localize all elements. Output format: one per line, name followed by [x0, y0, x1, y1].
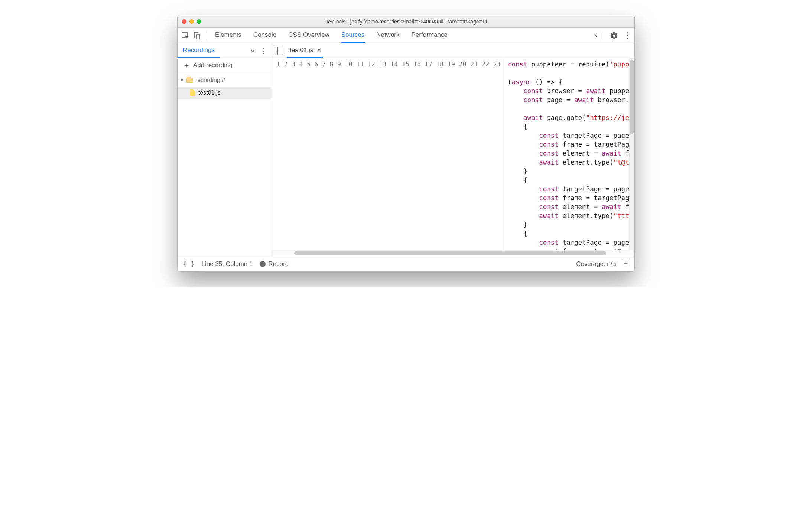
code-editor[interactable]: 1 2 3 4 5 6 7 8 9 10 11 12 13 14 15 16 1… [272, 58, 634, 250]
sidebar-tabs: Recordings » ⋮ [178, 43, 272, 58]
main-tab-elements[interactable]: Elements [214, 28, 242, 43]
device-toggle-icon[interactable] [192, 31, 202, 40]
main-tabs: ElementsConsoleCSS OverviewSourcesNetwor… [214, 28, 592, 43]
main-tab-console[interactable]: Console [253, 28, 277, 43]
main-tab-css-overview[interactable]: CSS Overview [288, 28, 330, 43]
line-gutter: 1 2 3 4 5 6 7 8 9 10 11 12 13 14 15 16 1… [272, 58, 504, 250]
inspect-element-icon[interactable] [181, 31, 190, 40]
editor: test01.js ✕ 1 2 3 4 5 6 7 8 9 10 11 12 1… [272, 43, 634, 256]
record-button[interactable]: Record [260, 260, 289, 268]
recording-tree: ▼ recording:// test01.js [178, 72, 272, 99]
sidebar-more-icon[interactable]: ⋮ [257, 47, 270, 55]
js-file-icon [190, 89, 195, 96]
record-label: Record [269, 260, 289, 268]
main-toolbar: ElementsConsoleCSS OverviewSourcesNetwor… [178, 28, 634, 43]
navigator-toggle-icon[interactable] [275, 47, 283, 55]
chevron-down-icon: ▼ [180, 78, 184, 82]
main-tab-sources[interactable]: Sources [341, 28, 365, 43]
main-tab-network[interactable]: Network [376, 28, 400, 43]
pretty-print-icon[interactable]: { } [183, 260, 195, 268]
window-title: DevTools - jec.fyi/demo/recorder?email=t… [178, 19, 634, 25]
devtools-window: DevTools - jec.fyi/demo/recorder?email=t… [177, 15, 635, 272]
main-tab-performance[interactable]: Performance [411, 28, 448, 43]
plus-icon: ＋ [183, 60, 190, 70]
file-tab-test01[interactable]: test01.js ✕ [287, 43, 323, 58]
editor-tabs: test01.js ✕ [272, 43, 634, 58]
coverage-status: Coverage: n/a [576, 260, 616, 268]
horizontal-scrollbar[interactable] [272, 250, 634, 256]
settings-icon[interactable] [610, 32, 618, 40]
tree-file-test01[interactable]: test01.js [178, 87, 272, 99]
toolbar-right: ⋮ [600, 31, 631, 40]
sidebar-overflow-button[interactable]: » [248, 47, 257, 55]
tree-folder-recording[interactable]: ▼ recording:// [178, 74, 272, 87]
record-dot-icon [260, 261, 266, 267]
footer-collapse-icon[interactable] [623, 261, 629, 267]
status-bar: { } Line 35, Column 1 Record Coverage: n… [178, 256, 634, 271]
file-tab-label: test01.js [290, 46, 313, 54]
file-label: test01.js [198, 89, 221, 96]
add-recording-button[interactable]: ＋ Add recording [178, 58, 272, 72]
titlebar: DevTools - jec.fyi/demo/recorder?email=t… [178, 15, 634, 28]
divider [602, 31, 602, 40]
folder-icon [186, 78, 193, 83]
close-tab-icon[interactable]: ✕ [317, 47, 321, 53]
sidebar: Recordings » ⋮ ＋ Add recording ▼ recordi… [178, 43, 272, 256]
vertical-scrollbar[interactable] [629, 58, 634, 250]
sidebar-tab-recordings[interactable]: Recordings [178, 43, 220, 58]
tabs-overflow-button[interactable]: » [594, 32, 598, 39]
cursor-position: Line 35, Column 1 [202, 260, 253, 268]
body: Recordings » ⋮ ＋ Add recording ▼ recordi… [178, 43, 634, 256]
add-recording-label: Add recording [193, 62, 233, 69]
divider [207, 31, 207, 40]
code-content[interactable]: const puppeteer = require('puppeteer'); … [504, 58, 634, 250]
folder-label: recording:// [195, 77, 225, 84]
svg-rect-2 [197, 35, 200, 39]
